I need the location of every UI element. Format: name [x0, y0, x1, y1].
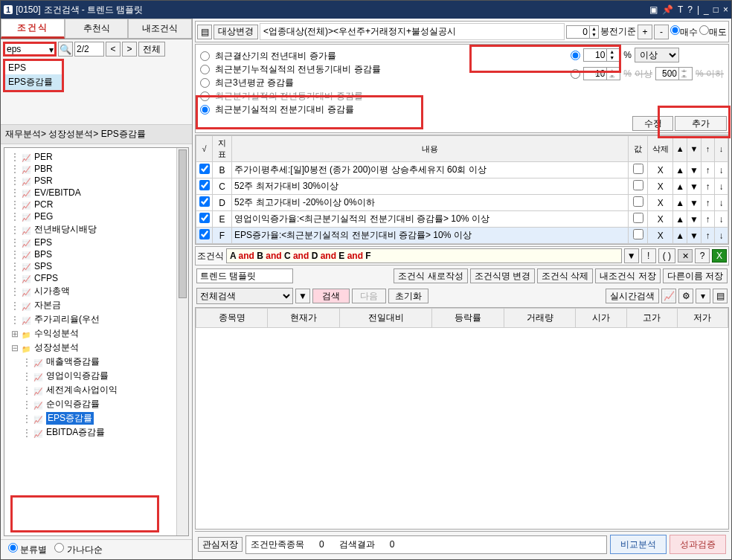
formula-clear[interactable]: ✕ — [678, 249, 693, 263]
rename-cond-button[interactable]: 조건식명 변경 — [470, 268, 535, 283]
rh-high[interactable]: 고가 — [626, 309, 677, 328]
dropdown-item-eps[interactable]: EPS — [5, 61, 62, 74]
search-next-button[interactable]: 다음 — [352, 289, 386, 303]
settings-icon[interactable]: ⚙ — [678, 289, 693, 303]
formula-excel[interactable]: X — [712, 249, 727, 263]
scope-select[interactable]: 전체검색 — [196, 288, 293, 304]
delete-cond-button[interactable]: 조건식 삭제 — [537, 268, 593, 283]
extra-icon[interactable]: ▤ — [713, 289, 728, 303]
tree-leaf-sales-growth[interactable]: ⋮매출액증감률 — [22, 355, 185, 369]
titlebar-icon-t[interactable]: T — [678, 4, 683, 15]
search-combo[interactable] — [5, 44, 46, 54]
minimize-icon[interactable]: _ — [704, 4, 709, 15]
cond-row-f[interactable]: FEPS증가율:<최근분기실적의 전분기대비 증감률> 10% 이상X▲▼↑↓ — [196, 228, 728, 244]
target-change-button[interactable]: 대상변경 — [214, 25, 258, 39]
verify-button[interactable]: 성과검증 — [670, 535, 726, 554]
formula-not[interactable]: ! — [641, 248, 656, 263]
tree-leaf-netincome-growth[interactable]: ⋮순이익증감률 — [22, 397, 185, 411]
tree-leaf-pcr[interactable]: ⋮PCR — [10, 199, 185, 210]
sort-alpha[interactable]: 가나다순 — [54, 543, 102, 556]
chevron-down-icon[interactable]: ▾ — [49, 45, 54, 55]
opt-dropdown[interactable]: ▾ — [696, 289, 710, 303]
chart-icon[interactable]: 📈 — [661, 289, 676, 303]
compare-button[interactable]: 비교분석 — [610, 535, 667, 554]
search-button[interactable]: 🔍 — [58, 42, 73, 57]
tree-leaf-disparity[interactable]: ⋮주가괴리율(우선 — [10, 312, 185, 326]
tree-folder-growth[interactable]: ⊟성장성분석 — [10, 341, 185, 355]
tree-leaf-per[interactable]: ⋮PER — [10, 151, 185, 163]
tab-condition[interactable]: 조건식 — [1, 19, 65, 39]
next-button[interactable]: > — [122, 42, 137, 57]
cond-row-c[interactable]: C52주 최저가대비 30%이상X▲▼↑↓ — [196, 178, 728, 195]
formula-dropdown[interactable]: ▼ — [624, 248, 639, 263]
add-button[interactable]: 추가 — [675, 116, 727, 131]
maximize-icon[interactable]: □ — [713, 4, 719, 15]
tree-leaf-eps-growth[interactable]: ⋮EPS증감률 — [22, 411, 185, 425]
help-icon[interactable]: ? — [687, 4, 693, 15]
tab-recommend[interactable]: 추천식 — [65, 19, 129, 39]
save-mycond-button[interactable]: 내조건식 저장 — [595, 268, 660, 283]
plus-button[interactable]: + — [638, 25, 652, 39]
search-reset-button[interactable]: 초기화 — [388, 289, 428, 303]
prev-button[interactable]: < — [106, 42, 121, 57]
titlebar-icon-1[interactable]: ▣ — [649, 4, 658, 15]
ctl1-compare[interactable]: 이상 — [635, 48, 678, 62]
rh-diff[interactable]: 전일대비 — [339, 309, 432, 328]
tree-leaf-pretax-growth[interactable]: ⋮세전계속사업이익 — [22, 383, 185, 397]
rh-open[interactable]: 시가 — [576, 309, 626, 328]
hdr-value: 값 — [629, 136, 648, 162]
cond-row-d[interactable]: D52주 최고가대비 -20%이상 0%이하X▲▼↑↓ — [196, 195, 728, 211]
template-name[interactable] — [196, 268, 293, 283]
new-cond-button[interactable]: 조건식 새로작성 — [394, 268, 467, 283]
ctl2-value2[interactable]: ▲▼ — [655, 67, 693, 80]
tab-my[interactable]: 내조건식 — [128, 19, 192, 39]
cond-row-b[interactable]: B주가이평추세:[일]0봉전 (종가 200)이평 상승추세유지 60회 이상X… — [196, 162, 728, 178]
rh-price[interactable]: 현재가 — [268, 309, 339, 328]
tree-leaf-capital[interactable]: ⋮자본금 — [10, 298, 185, 312]
pin-icon[interactable]: 📌 — [662, 4, 673, 15]
tree-folder-profitability[interactable]: ⊞수익성분석 — [10, 326, 185, 341]
modify-button[interactable]: 수정 — [632, 116, 673, 131]
bar-offset[interactable]: ▲▼ — [566, 25, 599, 39]
tree-leaf-sps[interactable]: ⋮SPS — [10, 260, 185, 272]
tree-leaf-div[interactable]: ⋮전년배당시배당 — [10, 222, 185, 236]
dropdown-item-eps-growth[interactable]: EPS증감률 — [5, 74, 62, 90]
tree-leaf-pbr[interactable]: ⋮PBR — [10, 163, 185, 175]
buy-radio[interactable]: 매수 — [670, 25, 698, 39]
ctl1-radio[interactable] — [571, 51, 580, 60]
opt-row-3[interactable]: 최근분기실적의 전년동기대비 증감률 — [200, 90, 724, 103]
ctl2-radio[interactable] — [571, 69, 580, 79]
tree-leaf-psr[interactable]: ⋮PSR — [10, 175, 185, 187]
tree-leaf-eps[interactable]: ⋮EPS — [10, 236, 185, 248]
tree-leaf-cfps[interactable]: ⋮CFPS — [10, 272, 185, 284]
scope-dropdown[interactable]: ▼ — [295, 289, 310, 303]
tree-leaf-bps[interactable]: ⋮BPS — [10, 248, 185, 260]
rh-name[interactable]: 종목명 — [196, 309, 268, 328]
realtime-button[interactable]: 실시간검색 — [606, 289, 659, 303]
ctl1-value[interactable]: ▲▼ — [583, 48, 620, 62]
search-go-button[interactable]: 검색 — [312, 289, 350, 303]
tree-leaf-evebitda[interactable]: ⋮EV/EBITDA — [10, 187, 185, 199]
opt-row-4[interactable]: 최근분기실적의 전분기대비 증감률 — [200, 103, 724, 116]
all-button[interactable]: 전체 — [138, 42, 165, 57]
close-icon[interactable]: × — [723, 4, 728, 15]
watchlist-save-button[interactable]: 관심저장 — [198, 537, 243, 552]
rh-volume[interactable]: 거래량 — [504, 309, 575, 328]
formula-input[interactable]: A and B and C and D and E and F — [226, 248, 622, 263]
tree-leaf-ebitda-growth[interactable]: ⋮EBITDA증감률 — [22, 425, 185, 440]
sort-category[interactable]: 분류별 — [8, 543, 47, 556]
rh-low[interactable]: 저가 — [677, 309, 728, 328]
formula-help[interactable]: ? — [695, 248, 710, 263]
saveas-button[interactable]: 다른이름 저장 — [663, 268, 728, 283]
tree-leaf-opprofit-growth[interactable]: ⋮영업이익증감률 — [22, 369, 185, 383]
cond-row-e[interactable]: E영업이익증가율:<최근분기실적의 전분기대비 증감률> 10% 이상X▲▼↑↓ — [196, 211, 728, 228]
rh-pct[interactable]: 등락률 — [432, 309, 504, 328]
ctl2-value[interactable]: ▲▼ — [583, 67, 620, 80]
tree-leaf-mktcap[interactable]: ⋮시가총액 — [10, 284, 185, 298]
sell-radio[interactable]: 매도 — [699, 25, 727, 39]
tree-scrollbar[interactable] — [176, 148, 188, 535]
minus-button[interactable]: - — [654, 25, 669, 39]
collapse-icon[interactable]: ▤ — [197, 25, 212, 39]
formula-paren[interactable]: ( ) — [658, 248, 675, 263]
tree-leaf-peg[interactable]: ⋮PEG — [10, 210, 185, 222]
